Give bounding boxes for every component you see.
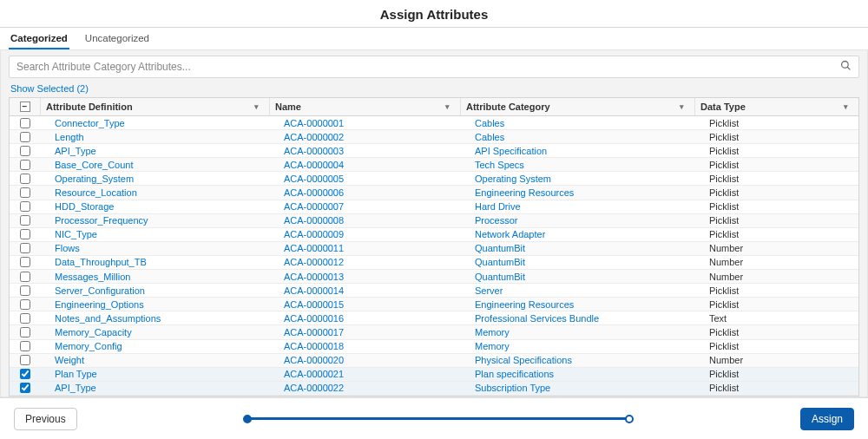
attribute-category-link[interactable]: Hard Drive xyxy=(475,201,521,212)
attribute-category-link[interactable]: Engineering Resources xyxy=(475,299,574,310)
col-header-definition[interactable]: Attribute Definition ▾ xyxy=(41,98,270,115)
attribute-category-link[interactable]: QuantumBit xyxy=(475,257,525,267)
attribute-name-link[interactable]: ACA-0000001 xyxy=(284,118,344,128)
attribute-name-link[interactable]: ACA-0000006 xyxy=(284,187,344,198)
attribute-category-link[interactable]: Physical Specifications xyxy=(475,355,572,365)
attribute-name-link[interactable]: ACA-0000016 xyxy=(284,313,344,324)
row-checkbox[interactable] xyxy=(20,160,30,170)
attribute-category-link[interactable]: Network Adapter xyxy=(475,229,545,239)
attribute-definition-link[interactable]: API_Type xyxy=(55,383,96,393)
tab-categorized[interactable]: Categorized xyxy=(9,28,69,49)
attribute-category-link[interactable]: Operating System xyxy=(475,174,551,184)
attribute-category-link[interactable]: Memory xyxy=(475,341,510,351)
attribute-name-link[interactable]: ACA-0000009 xyxy=(284,229,344,239)
col-header-name[interactable]: Name ▾ xyxy=(270,98,461,115)
attribute-category-link[interactable]: Processor xyxy=(475,215,518,226)
attribute-name-link[interactable]: ACA-0000002 xyxy=(284,132,344,142)
attribute-category-link[interactable]: Memory xyxy=(475,327,510,337)
attribute-definition-link[interactable]: HDD_Storage xyxy=(55,201,114,212)
attribute-category-link[interactable]: Cables xyxy=(475,118,504,128)
attribute-definition-link[interactable]: Server_Configuration xyxy=(55,285,145,296)
row-checkbox[interactable] xyxy=(20,257,30,267)
attribute-category-link[interactable]: Professional Services Bundle xyxy=(475,313,599,324)
attribute-definition-link[interactable]: Notes_and_Assumptions xyxy=(55,313,161,324)
attribute-name-link[interactable]: ACA-0000018 xyxy=(284,341,344,351)
attributes-table: − Attribute Definition ▾ Name ▾ Attribut… xyxy=(9,97,859,396)
row-checkbox[interactable] xyxy=(20,229,30,239)
row-checkbox[interactable] xyxy=(20,174,30,184)
attribute-definition-link[interactable]: API_Type xyxy=(55,146,96,156)
attribute-name-link[interactable]: ACA-0000017 xyxy=(284,327,344,337)
row-checkbox[interactable] xyxy=(20,187,30,198)
attribute-definition-link[interactable]: Engineering_Options xyxy=(55,299,144,310)
attribute-name-link[interactable]: ACA-0000007 xyxy=(284,201,344,212)
search-input[interactable] xyxy=(16,61,840,73)
attribute-definition-link[interactable]: Memory_Config xyxy=(55,341,122,351)
attribute-definition-link[interactable]: Messages_Million xyxy=(55,272,130,282)
attribute-name-link[interactable]: ACA-0000015 xyxy=(284,299,344,310)
search-wrap xyxy=(9,56,859,78)
attribute-name-link[interactable]: ACA-0000003 xyxy=(284,146,344,156)
attribute-definition-link[interactable]: Plan Type xyxy=(55,369,97,379)
attribute-category-link[interactable]: Server xyxy=(475,285,503,296)
row-checkbox[interactable] xyxy=(20,118,30,128)
attribute-category-link[interactable]: Subscription Type xyxy=(475,383,550,393)
attribute-definition-link[interactable]: Memory_Capacity xyxy=(55,327,132,337)
row-checkbox[interactable] xyxy=(20,132,30,142)
data-type-value: Picklist xyxy=(709,132,739,142)
tabs: Categorized Uncategorized xyxy=(0,28,868,50)
tab-uncategorized[interactable]: Uncategorized xyxy=(83,28,151,49)
attribute-definition-link[interactable]: Flows xyxy=(55,243,80,253)
attribute-definition-link[interactable]: Operating_System xyxy=(55,174,134,184)
attribute-category-link[interactable]: QuantumBit xyxy=(475,272,525,282)
row-checkbox[interactable] xyxy=(20,272,30,282)
attribute-category-link[interactable]: Tech Specs xyxy=(475,160,524,170)
attribute-definition-link[interactable]: Resource_Location xyxy=(55,187,137,198)
select-all-checkbox[interactable]: − xyxy=(20,102,30,112)
col-header-label: Name xyxy=(275,102,301,112)
row-checkbox[interactable] xyxy=(20,146,30,156)
attribute-name-link[interactable]: ACA-0000022 xyxy=(284,383,344,393)
attribute-name-link[interactable]: ACA-0000021 xyxy=(284,369,344,379)
row-checkbox[interactable] xyxy=(20,327,30,337)
attribute-definition-link[interactable]: Connector_Type xyxy=(55,118,125,128)
row-checkbox[interactable] xyxy=(20,313,30,324)
attribute-definition-link[interactable]: Weight xyxy=(55,355,84,365)
row-checkbox[interactable] xyxy=(20,369,30,379)
attribute-category-link[interactable]: Engineering Resources xyxy=(475,187,574,198)
attribute-name-link[interactable]: ACA-0000005 xyxy=(284,174,344,184)
attribute-name-link[interactable]: ACA-0000020 xyxy=(284,355,344,365)
attribute-definition-link[interactable]: Length xyxy=(55,132,84,142)
row-checkbox[interactable] xyxy=(20,299,30,310)
col-header-category[interactable]: Attribute Category ▾ xyxy=(461,98,695,115)
row-checkbox[interactable] xyxy=(20,215,30,226)
show-selected-link[interactable]: Show Selected (2) xyxy=(9,78,859,97)
col-header-datatype[interactable]: Data Type ▾ xyxy=(695,98,858,115)
row-checkbox[interactable] xyxy=(20,355,30,365)
attribute-category-link[interactable]: QuantumBit xyxy=(475,243,525,253)
data-type-value: Picklist xyxy=(709,146,739,156)
attribute-name-link[interactable]: ACA-0000004 xyxy=(284,160,344,170)
attribute-name-link[interactable]: ACA-0000013 xyxy=(284,272,344,282)
search-icon[interactable] xyxy=(840,60,852,74)
attribute-name-link[interactable]: ACA-0000008 xyxy=(284,215,344,226)
row-checkbox[interactable] xyxy=(20,341,30,351)
attribute-definition-link[interactable]: Base_Core_Count xyxy=(55,160,134,170)
assign-button[interactable]: Assign xyxy=(800,408,854,430)
attribute-category-link[interactable]: Plan specifications xyxy=(475,369,554,379)
table-row: API_TypeACA-0000022Subscription TypePick… xyxy=(10,382,858,396)
previous-button[interactable]: Previous xyxy=(14,408,77,430)
row-checkbox[interactable] xyxy=(20,243,30,253)
content-area: Show Selected (2) − Attribute Definition… xyxy=(0,50,868,397)
attribute-name-link[interactable]: ACA-0000012 xyxy=(284,257,344,267)
row-checkbox[interactable] xyxy=(20,201,30,212)
attribute-definition-link[interactable]: NIC_Type xyxy=(55,229,97,239)
attribute-category-link[interactable]: Cables xyxy=(475,132,504,142)
attribute-category-link[interactable]: API Specification xyxy=(475,146,547,156)
attribute-name-link[interactable]: ACA-0000011 xyxy=(284,243,344,253)
attribute-name-link[interactable]: ACA-0000014 xyxy=(284,285,344,296)
attribute-definition-link[interactable]: Data_Throughput_TB xyxy=(55,257,147,267)
row-checkbox[interactable] xyxy=(20,285,30,296)
attribute-definition-link[interactable]: Processor_Frequency xyxy=(55,215,148,226)
row-checkbox[interactable] xyxy=(20,383,30,393)
